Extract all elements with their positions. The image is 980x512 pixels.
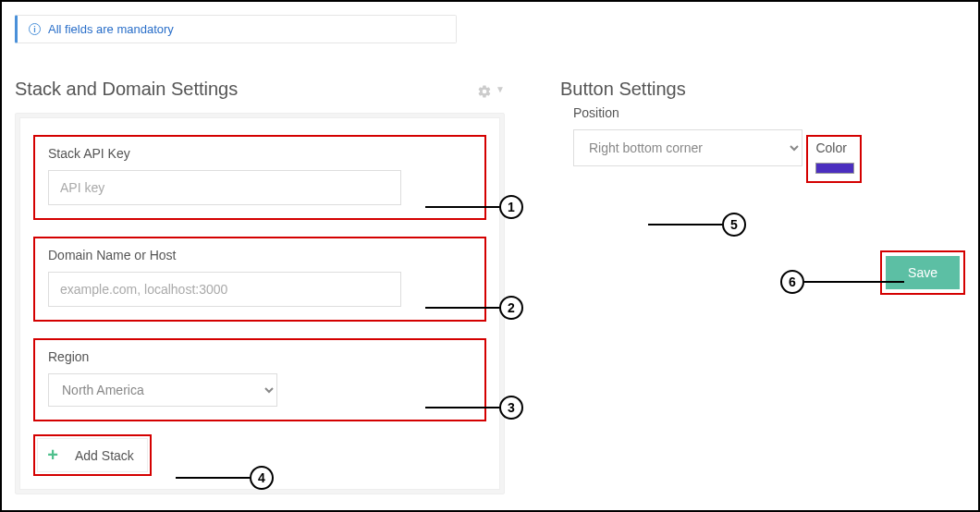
plus-icon: + — [43, 445, 62, 466]
api-key-label: Stack API Key — [48, 146, 472, 161]
mandatory-alert: i All fields are mandatory — [15, 15, 457, 43]
stack-domain-title-row: Stack and Domain Settings ▼ — [15, 79, 505, 100]
domain-input[interactable] — [48, 272, 401, 307]
position-select[interactable]: Right bottom corner — [573, 129, 802, 166]
settings-gear[interactable]: ▼ — [477, 82, 505, 97]
chevron-down-icon: ▼ — [496, 84, 505, 94]
api-key-input[interactable] — [48, 170, 401, 205]
columns: Stack and Domain Settings ▼ Stack API Ke… — [15, 79, 965, 494]
color-label: Color — [815, 140, 854, 155]
app-frame: i All fields are mandatory Stack and Dom… — [0, 0, 980, 512]
button-settings-title: Button Settings — [560, 79, 965, 100]
inner-panel: Stack API Key Domain Name or Host Region… — [19, 117, 500, 490]
stack-domain-title: Stack and Domain Settings — [15, 79, 238, 100]
add-stack-button[interactable]: + Add Stack — [37, 438, 148, 472]
color-highlight: Color — [806, 135, 862, 183]
field-group-domain: Domain Name or Host — [33, 237, 486, 322]
alert-text: All fields are mandatory — [48, 22, 174, 36]
region-label: Region — [48, 349, 472, 364]
info-icon: i — [29, 23, 41, 35]
region-select[interactable]: North America — [48, 373, 277, 407]
add-stack-label: Add Stack — [75, 448, 134, 463]
color-swatch[interactable] — [815, 163, 854, 174]
gear-icon — [477, 82, 492, 97]
left-column: Stack and Domain Settings ▼ Stack API Ke… — [15, 79, 505, 494]
field-group-region: Region North America — [33, 338, 486, 421]
outer-panel: Stack API Key Domain Name or Host Region… — [15, 113, 505, 494]
save-highlight: Save — [880, 250, 965, 295]
position-label: Position — [573, 105, 965, 120]
add-stack-highlight: + Add Stack — [33, 434, 152, 476]
domain-label: Domain Name or Host — [48, 248, 472, 262]
field-group-api-key: Stack API Key — [33, 135, 486, 220]
save-button[interactable]: Save — [886, 256, 960, 289]
right-column: Button Settings Position Right bottom co… — [560, 79, 965, 494]
